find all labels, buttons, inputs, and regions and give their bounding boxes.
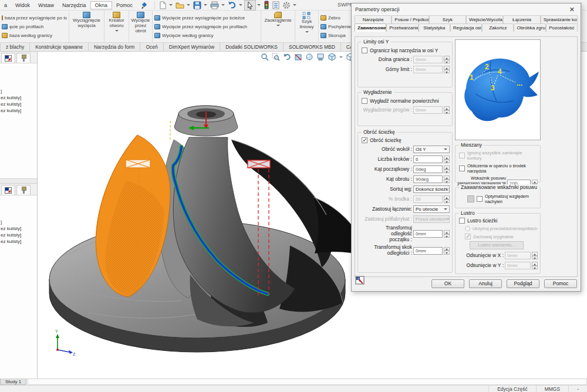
checkbox-icon[interactable]: [477, 196, 483, 202]
tab-weldments[interactable]: Konstrukcje spawane: [30, 43, 89, 51]
zoom-to-fit-icon[interactable]: [261, 53, 269, 61]
odsuniecie-x-field[interactable]: 0mm: [505, 252, 531, 259]
panel-splitter[interactable]: [0, 178, 37, 184]
tree-item[interactable]: ez kulisty]: [1, 107, 36, 114]
menu-wstaw[interactable]: Wstaw: [34, 2, 58, 9]
extruded-cut-button[interactable]: Wyciągnięcie wycięcia: [69, 11, 104, 42]
checkbox-zachowaj-oryginalne[interactable]: Zachowaj oryginalne: [465, 234, 538, 239]
spinner[interactable]: [444, 106, 450, 114]
checkbox-wygladz-normalne[interactable]: Wygładź normalne powierzchni: [362, 98, 450, 104]
tree-item[interactable]: ez kulisty]: [1, 238, 36, 245]
tab-evaluate[interactable]: Oceń: [140, 43, 163, 51]
dropdown-caret[interactable]: [187, 4, 190, 6]
dolna-granica-field[interactable]: 0mm: [413, 56, 443, 63]
checkbox-icon[interactable]: [362, 137, 367, 143]
procent-srodka-field[interactable]: 50: [413, 195, 443, 203]
tab-sprawdzanie-kolizji[interactable]: Sprawdzanie kolizji: [541, 15, 578, 23]
tree-item[interactable]: ez kulisty]: [1, 225, 36, 232]
toolbar-item[interactable]: baza według granicy: [2, 31, 67, 40]
ok-button[interactable]: OK: [431, 279, 464, 288]
tab-mold-tools[interactable]: Narzędzia do form: [89, 43, 140, 51]
menu-widok[interactable]: Widok: [11, 2, 34, 9]
tree-item[interactable]: ez kulisty]: [1, 101, 36, 107]
liczba-krokow-field[interactable]: 6: [413, 156, 443, 163]
spinner[interactable]: [444, 195, 450, 203]
menu-partial[interactable]: a: [0, 2, 11, 9]
section-view-icon[interactable]: [294, 53, 302, 61]
tab-zaawansowane[interactable]: Zaawansowane: [355, 23, 386, 32]
study-scroll-track[interactable]: [28, 379, 587, 385]
preview-button[interactable]: Podgląd: [507, 279, 539, 288]
zastosuj-laczenie-select[interactable]: Po obrocie: [413, 205, 450, 213]
dropdown-caret[interactable]: [305, 31, 309, 33]
appearances-icon[interactable]: [305, 53, 313, 61]
tab-pozostalosc[interactable]: Pozostałość: [546, 23, 578, 32]
spinner[interactable]: [444, 247, 450, 255]
tree-item[interactable]: ]: [1, 219, 36, 225]
tab-dimxpert[interactable]: DimXpert Wymiarów: [164, 43, 220, 51]
spinner[interactable]: [444, 230, 450, 238]
dropdown-caret[interactable]: [239, 4, 242, 6]
dropdown-caret[interactable]: [204, 4, 207, 6]
odsuniecie-y-field[interactable]: 0mm: [505, 262, 531, 269]
dropdown-caret[interactable]: [257, 4, 261, 6]
menu-narzedzia[interactable]: Narzędzia: [58, 2, 90, 9]
gorny-limit-field[interactable]: 0mm: [413, 66, 443, 73]
zastosuj-polfabrykat-select[interactable]: Przed obrotem: [413, 215, 450, 223]
status-units[interactable]: MMGS: [536, 386, 568, 392]
scene-icon[interactable]: [316, 53, 325, 61]
sortuj-wg-select[interactable]: Dokończ ścieżk: [413, 185, 450, 193]
wygladzenie-field[interactable]: 0mm: [413, 106, 443, 114]
spinner[interactable]: [444, 156, 450, 163]
tab-statystyka[interactable]: Statystyka: [419, 23, 450, 32]
checkbox-optymalizuj[interactable]: Optymalizuj względem nachyleń: [459, 194, 538, 204]
tab-mbd[interactable]: SOLIDWORKS MBD: [284, 43, 341, 51]
help-button[interactable]: Pomoc: [544, 279, 577, 288]
checkbox-ogranicz-kat[interactable]: Ogranicz kąt narzędzia w osi Y: [362, 48, 450, 53]
tab-posuw-predkosc[interactable]: Posuw / Prędkość: [392, 15, 429, 23]
checkbox-icon[interactable]: [362, 98, 367, 104]
view-orientation-icon[interactable]: [328, 53, 336, 61]
tab-operation-tree[interactable]: [16, 53, 31, 63]
kat-obrotu-field[interactable]: 90deg: [413, 175, 443, 183]
checkbox-icon[interactable]: [459, 165, 465, 171]
toolbar-item[interactable]: Żebro: [321, 13, 353, 22]
spinner[interactable]: [532, 262, 538, 269]
undo-button[interactable]: [227, 1, 238, 10]
tab-operation-tree-2[interactable]: [16, 185, 31, 195]
tree-item[interactable]: ez kulisty]: [1, 232, 36, 238]
tab-przetwarzanie[interactable]: Przetwarzanie: [386, 23, 418, 32]
fillet-button[interactable]: Zaokrąglenie: [261, 11, 295, 42]
open-button[interactable]: [174, 1, 185, 10]
save-button[interactable]: [192, 1, 203, 10]
spinner[interactable]: [444, 56, 450, 63]
hole-wizard-button[interactable]: Kreator otworu: [104, 11, 129, 42]
tree-item[interactable]: ]: [1, 88, 36, 94]
zoom-to-area-icon[interactable]: [272, 53, 280, 61]
tab-sheet-metal[interactable]: z blachy: [0, 43, 30, 51]
tab-narzedzie[interactable]: Narzędzie: [355, 15, 392, 23]
tab-camworks-tree[interactable]: [1, 53, 15, 63]
dropdown-caret[interactable]: [221, 4, 225, 6]
tab-obrobka-zgrubna[interactable]: Obróbka zgrubna: [514, 23, 545, 32]
menu-okna[interactable]: Okna: [90, 1, 113, 9]
tab-zakoncz[interactable]: Zakończ: [482, 23, 514, 32]
dropdown-caret[interactable]: [115, 30, 119, 32]
tab-addins[interactable]: Dodatki SOLIDWORKS: [220, 43, 284, 51]
dialog-titlebar[interactable]: Parametry operacji ✕: [352, 4, 581, 15]
new-document-button[interactable]: [157, 1, 168, 10]
spinner[interactable]: [444, 175, 450, 183]
spinner[interactable]: [444, 66, 450, 73]
tab-szyk[interactable]: Szyk: [429, 15, 466, 23]
options-gear-button[interactable]: [281, 1, 292, 10]
transformuj-skok-field[interactable]: 0mm: [413, 247, 443, 255]
toolbar-item[interactable]: Skorupa: [321, 31, 353, 40]
tab-wejscie-wycofanie[interactable]: Wejście/Wycofanie: [466, 15, 503, 23]
checkbox-icon[interactable]: [362, 48, 367, 53]
spinner[interactable]: [444, 165, 450, 173]
checkbox-lustro-sciezki[interactable]: Lustro ścieżki: [459, 218, 538, 224]
toolbar-item[interactable]: ęcie po profilach: [2, 22, 67, 31]
dropdown-caret[interactable]: [293, 4, 296, 6]
transformuj-odleglosc-field[interactable]: 0mm: [413, 230, 443, 238]
toolbar-item[interactable]: Wycięcie przez wyciągnięcie po profilach: [154, 22, 259, 31]
